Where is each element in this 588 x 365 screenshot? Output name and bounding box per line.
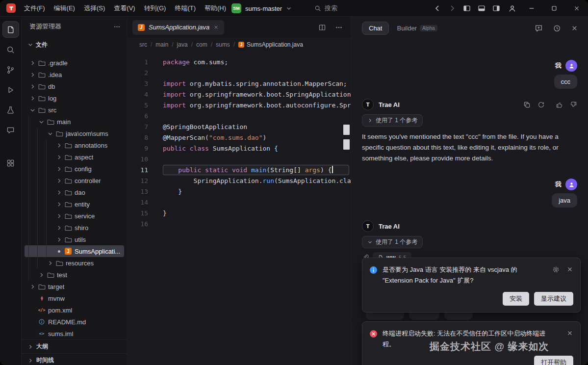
tree-item[interactable]: README.md	[25, 316, 124, 328]
explorer-icon[interactable]	[2, 21, 19, 38]
tree-item[interactable]: shiro	[25, 222, 124, 234]
code-editor[interactable]: 1package com.sums;23import org.mybatis.s…	[128, 51, 351, 355]
reference-toggle[interactable]: 使用了 1 个参考	[362, 114, 423, 127]
tree-item[interactable]: .gradle	[25, 57, 124, 69]
tree-item[interactable]: .idea	[25, 69, 124, 80]
code-text[interactable]: }	[163, 208, 167, 219]
code-line[interactable]: 13 }	[128, 186, 351, 197]
open-help-button[interactable]: 打开帮助	[534, 356, 573, 365]
breadcrumb-item[interactable]: main	[155, 41, 168, 48]
test-beaker-icon[interactable]	[2, 102, 19, 118]
code-text[interactable]: @MapperScan("com.sums.dao")	[163, 132, 266, 143]
code-line[interactable]: 2	[128, 68, 351, 78]
tree-item[interactable]: </>pom.xml	[25, 304, 124, 316]
code-line[interactable]: 7@SpringBootApplication	[128, 122, 351, 132]
window-close-button[interactable]	[565, 0, 588, 17]
toggle-right-panel-icon[interactable]	[489, 0, 504, 17]
code-line[interactable]: 12 SpringApplication.run(SumsApplication…	[128, 176, 351, 186]
close-icon[interactable]	[566, 266, 573, 273]
breadcrumb-item[interactable]: com	[196, 41, 207, 48]
tree-item[interactable]: utils	[25, 234, 124, 245]
tree-item[interactable]: dao	[25, 186, 124, 198]
more-actions-icon[interactable]	[335, 24, 343, 31]
tree-item[interactable]: mvnw	[25, 292, 124, 304]
code-line[interactable]: 6	[128, 111, 351, 122]
tree-item[interactable]: <>sums.iml	[25, 328, 124, 339]
tree-item[interactable]: src	[25, 104, 124, 116]
outline-section-header[interactable]: 大纲	[22, 339, 127, 353]
code-line[interactable]: 16	[128, 219, 351, 230]
close-icon[interactable]	[566, 330, 573, 337]
toggle-left-panel-icon[interactable]	[460, 0, 474, 17]
tree-item[interactable]: main	[25, 116, 124, 128]
regenerate-icon[interactable]	[537, 101, 545, 108]
show-recommendation-button[interactable]: 显示建议	[534, 292, 573, 306]
code-text[interactable]: SpringApplication.run(SumsApplication.cl…	[163, 176, 351, 186]
tree-item[interactable]: resources	[25, 257, 124, 269]
window-maximize-button[interactable]	[543, 0, 565, 17]
code-text[interactable]: }	[163, 186, 182, 197]
tree-item[interactable]: java\com\sums	[25, 128, 124, 139]
code-text[interactable]: public static void main(String[] args) {	[163, 165, 333, 176]
history-icon[interactable]	[553, 24, 561, 32]
menu-item-3[interactable]: 查看(V)	[109, 0, 139, 16]
code-text[interactable]: public class SumsApplication {	[163, 143, 278, 154]
source-control-icon[interactable]	[2, 61, 19, 78]
code-text[interactable]: import org.springframework.boot.autoconf…	[163, 100, 351, 111]
thumbs-down-icon[interactable]	[570, 101, 577, 108]
tree-item[interactable]: db	[25, 80, 124, 92]
code-text[interactable]: import org.springframework.boot.SpringAp…	[163, 89, 351, 100]
tree-item[interactable]: controller	[25, 175, 124, 186]
code-line[interactable]: 3import org.mybatis.spring.annotation.Ma…	[128, 78, 351, 89]
account-icon[interactable]	[504, 0, 520, 17]
tab-chat[interactable]: Chat	[362, 22, 389, 35]
tree-item[interactable]: log	[25, 92, 124, 104]
menu-item-1[interactable]: 编辑(E)	[50, 0, 79, 16]
gear-icon[interactable]	[552, 266, 560, 273]
tree-item[interactable]: aspect	[25, 151, 124, 163]
files-section-header[interactable]: 文件	[22, 36, 127, 53]
install-button[interactable]: 安装	[503, 292, 529, 306]
reference-toggle[interactable]: 使用了 1 个参考	[362, 236, 423, 248]
search-icon[interactable]	[2, 41, 19, 58]
copy-icon[interactable]	[523, 101, 531, 108]
apps-grid-icon[interactable]	[2, 155, 19, 171]
breadcrumb-current[interactable]: J SumsApplication.java	[238, 41, 303, 48]
thumbs-up-icon[interactable]	[556, 101, 563, 108]
tree-item[interactable]: config	[25, 163, 124, 175]
window-minimize-button[interactable]	[520, 0, 543, 17]
menu-item-6[interactable]: 帮助(H)	[200, 0, 230, 16]
tree-item[interactable]: test	[25, 269, 124, 281]
tree-item[interactable]: annotations	[25, 139, 124, 151]
menu-item-4[interactable]: 转到(G)	[140, 0, 171, 16]
breadcrumb-item[interactable]: java	[177, 41, 188, 48]
tree-item[interactable]: entity	[25, 198, 124, 210]
new-chat-icon[interactable]	[535, 24, 543, 32]
code-line[interactable]: 9public class SumsApplication {	[128, 143, 351, 154]
tree-item[interactable]: JSumsApplicati...	[25, 245, 124, 257]
code-line[interactable]: 11 public static void main(String[] args…	[128, 165, 351, 176]
tab-close-icon[interactable]	[213, 25, 219, 30]
editor-tab-active[interactable]: J SumsApplication.java	[132, 20, 224, 35]
breadcrumb-item[interactable]: src	[139, 41, 147, 48]
code-text[interactable]: @SpringBootApplication	[163, 122, 247, 132]
split-editor-icon[interactable]	[318, 24, 326, 31]
code-text[interactable]: import org.mybatis.spring.annotation.Map…	[163, 78, 347, 89]
code-line[interactable]: 15}	[128, 208, 351, 219]
global-search-button[interactable]: 搜索	[314, 0, 337, 17]
code-line[interactable]: 4import org.springframework.boot.SpringA…	[128, 89, 351, 100]
nav-forward-icon[interactable]	[445, 0, 460, 17]
tab-builder[interactable]: Builder Alpha	[397, 25, 437, 32]
code-line[interactable]: 10	[128, 154, 351, 165]
tree-item[interactable]: service	[25, 210, 124, 222]
run-debug-icon[interactable]	[2, 81, 19, 98]
menu-item-5[interactable]: 终端(T)	[170, 0, 200, 16]
code-line[interactable]: 8@MapperScan("com.sums.dao")	[128, 132, 351, 143]
breadcrumb-item[interactable]: sums	[216, 41, 230, 48]
nav-back-icon[interactable]	[430, 0, 445, 17]
chat-icon[interactable]	[2, 122, 19, 138]
tree-item[interactable]: target	[25, 281, 124, 292]
timeline-section-header[interactable]: 时间线	[22, 353, 127, 365]
close-icon[interactable]	[571, 25, 578, 32]
toggle-bottom-panel-icon[interactable]	[474, 0, 489, 17]
